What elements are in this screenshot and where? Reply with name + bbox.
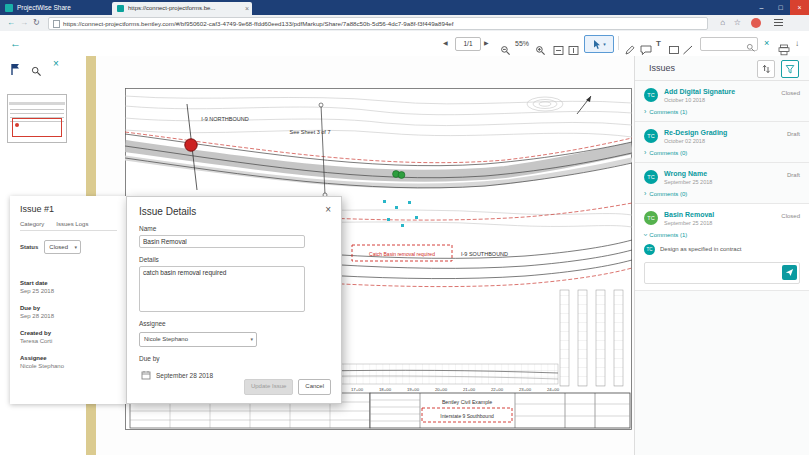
station-label: 17+00 bbox=[351, 387, 364, 392]
fit-page-icon[interactable] bbox=[553, 38, 564, 49]
address-bar[interactable]: https://connect-projectforms.bentley.com… bbox=[48, 17, 708, 30]
northbound-label: I-9 NORTHBOUND bbox=[201, 116, 248, 122]
issue-list-item-selected[interactable]: TC Basin Removal September 25 2018 Close… bbox=[635, 204, 809, 291]
issue-list-item[interactable]: TC Add Digital Signature October 10 2018… bbox=[635, 81, 809, 122]
station-label: 18+00 bbox=[379, 387, 392, 392]
profile-icon[interactable] bbox=[751, 18, 761, 28]
comment-input[interactable] bbox=[647, 265, 779, 281]
close-panel-icon[interactable]: × bbox=[53, 58, 59, 69]
browser-tab[interactable]: https://connect-projectforms.be... × bbox=[112, 2, 252, 15]
issue-list-item[interactable]: TC Re-Design Grading October 02 2018 Dra… bbox=[635, 122, 809, 163]
modal-close-icon[interactable]: × bbox=[325, 204, 331, 215]
line-tool-icon[interactable] bbox=[682, 38, 694, 50]
maximize-button[interactable]: □ bbox=[771, 0, 790, 15]
thumbnail-search-icon[interactable] bbox=[31, 63, 42, 81]
comments-toggle[interactable]: › Comments (1) bbox=[644, 232, 800, 238]
issue-list-item[interactable]: TC Wrong Name September 25 2018 Draft › … bbox=[635, 163, 809, 204]
calendar-icon[interactable] bbox=[141, 366, 151, 384]
comments-toggle[interactable]: › Comments (0) bbox=[644, 150, 800, 156]
tab-title: https://connect-projectforms.be... bbox=[128, 2, 240, 15]
comment-tool-icon[interactable] bbox=[640, 38, 652, 50]
new-comment-box[interactable] bbox=[644, 262, 800, 284]
minimize-button[interactable]: – bbox=[752, 0, 771, 15]
tab-favicon-icon bbox=[117, 5, 124, 12]
back-to-list-button[interactable]: ← bbox=[10, 31, 21, 56]
tab-issues-logs[interactable]: Issues Logs bbox=[56, 221, 88, 227]
shape-tool-icon[interactable] bbox=[668, 38, 680, 50]
tab-close-icon[interactable]: × bbox=[245, 2, 249, 15]
created-by-value: Teresa Corti bbox=[20, 338, 117, 344]
start-date-value: Sep 25 2018 bbox=[20, 288, 117, 294]
see-sheet-label: See Sheet 3 of 7 bbox=[290, 129, 331, 135]
text-tool-icon[interactable]: T bbox=[656, 31, 661, 56]
title-block: Bentley Civil Example Interstate 9 South… bbox=[370, 393, 630, 428]
pen-tool-icon[interactable] bbox=[624, 38, 636, 50]
close-markup-icon[interactable]: × bbox=[764, 31, 769, 56]
cancel-button[interactable]: Cancel bbox=[298, 379, 331, 395]
comments-toggle[interactable]: › Comments (0) bbox=[644, 191, 800, 197]
status-label: Status bbox=[20, 244, 38, 250]
thumbnail-graphic bbox=[9, 102, 65, 105]
assignee-label: Assignee bbox=[20, 355, 117, 361]
zoom-level[interactable]: 55% bbox=[515, 31, 529, 56]
thumbnail-markup-dot bbox=[15, 123, 19, 127]
comment-text: Design as specified in contract bbox=[660, 244, 741, 255]
browser-forward-button[interactable]: → bbox=[20, 15, 28, 31]
browser-back-button[interactable]: ← bbox=[7, 15, 15, 31]
bookmarks-flag-icon[interactable] bbox=[10, 62, 20, 80]
comments-label[interactable]: Comments (0) bbox=[649, 150, 687, 156]
zoom-out-icon[interactable] bbox=[500, 38, 511, 49]
browser-menu-icon[interactable] bbox=[774, 19, 783, 20]
green-markers[interactable] bbox=[393, 171, 405, 179]
home-icon[interactable]: ⌂ bbox=[720, 15, 725, 31]
tab-category[interactable]: Category bbox=[20, 221, 44, 227]
sort-button[interactable] bbox=[757, 60, 775, 78]
chevron-right-icon: › bbox=[644, 150, 646, 156]
status-select[interactable]: Closed ▾ bbox=[44, 240, 81, 254]
update-issue-button[interactable]: Update Issue bbox=[244, 379, 293, 395]
page-indicator[interactable]: 1/1 bbox=[455, 37, 481, 51]
fit-width-icon[interactable] bbox=[568, 38, 579, 49]
chevron-down-icon: › bbox=[642, 234, 648, 236]
comments-label[interactable]: Comments (1) bbox=[649, 232, 687, 238]
page-thumbnail[interactable] bbox=[7, 94, 67, 143]
comments-label[interactable]: Comments (0) bbox=[649, 191, 687, 197]
browser-titlebar: ProjectWise Share https://connect-projec… bbox=[0, 0, 809, 15]
name-input[interactable] bbox=[139, 235, 305, 248]
print-icon[interactable] bbox=[778, 38, 790, 50]
station-label: 22+00 bbox=[491, 387, 504, 392]
issue-title[interactable]: Add Digital Signature bbox=[664, 88, 800, 95]
markup-search-input[interactable] bbox=[702, 39, 748, 50]
chevron-down-icon: ▾ bbox=[250, 333, 253, 346]
modal-due-label: Due by bbox=[139, 355, 329, 362]
avatar: TC bbox=[644, 88, 658, 102]
download-icon[interactable]: ↓ bbox=[795, 31, 799, 56]
filter-button[interactable] bbox=[781, 60, 799, 78]
issue-title[interactable]: Wrong Name bbox=[664, 170, 800, 177]
close-window-button[interactable]: × bbox=[790, 0, 809, 15]
send-comment-button[interactable] bbox=[782, 265, 797, 280]
comments-toggle[interactable]: › Comments (1) bbox=[644, 109, 800, 115]
refresh-button[interactable]: ↻ bbox=[33, 15, 40, 31]
thumbnail-selection-box bbox=[12, 118, 62, 137]
issue-title[interactable]: Basin Removal bbox=[664, 211, 800, 218]
favorites-star-icon[interactable]: ☆ bbox=[734, 15, 741, 31]
markup-search-box[interactable] bbox=[700, 37, 758, 51]
due-by-label: Due by bbox=[20, 305, 117, 311]
company-name-label: Bentley Civil Example bbox=[442, 399, 492, 405]
issue-title[interactable]: Re-Design Grading bbox=[664, 129, 800, 136]
zoom-in-icon[interactable] bbox=[535, 38, 546, 49]
issues-panel-title: Issues bbox=[649, 63, 675, 73]
prev-page-button[interactable]: ◀ bbox=[443, 31, 448, 56]
assignee-select[interactable]: Nicole Stephano ▾ bbox=[139, 332, 257, 347]
red-structure-marker[interactable] bbox=[185, 139, 197, 151]
station-label: 20+00 bbox=[435, 387, 448, 392]
next-page-button[interactable]: ▶ bbox=[484, 31, 489, 56]
name-label: Name bbox=[139, 225, 329, 232]
page-icon bbox=[53, 20, 60, 28]
status-value: Closed bbox=[49, 244, 68, 250]
details-textarea[interactable]: catch basin removal required bbox=[139, 266, 305, 312]
comments-label[interactable]: Comments (1) bbox=[649, 109, 687, 115]
markup-toolbar: ← ◀ 1/1 ▶ 55% ▾ T bbox=[0, 31, 809, 57]
select-tool-button[interactable]: ▾ bbox=[584, 35, 614, 53]
